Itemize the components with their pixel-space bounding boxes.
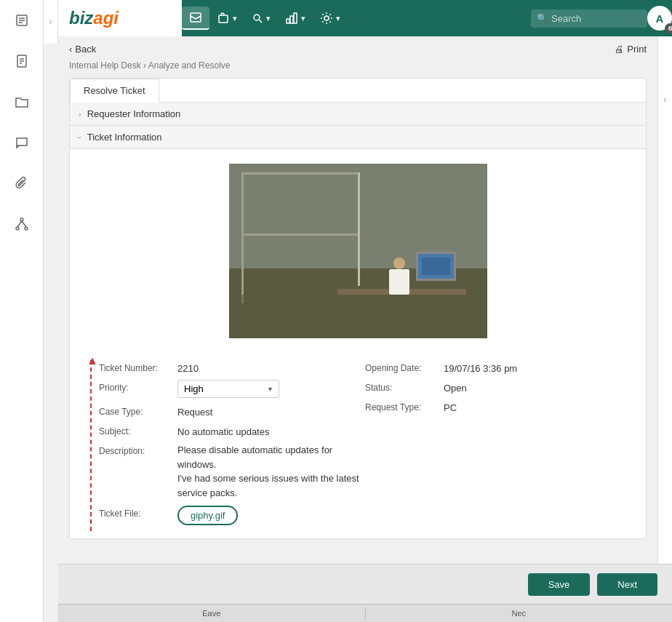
request-type-row: Request Type: PC (365, 399, 631, 413)
nav-search-btn[interactable]: ▾ (244, 8, 278, 28)
svg-line-16 (260, 20, 263, 23)
nav-search-label: ▾ (266, 14, 271, 23)
main-card: Resolve Ticket › Requester Information ›… (69, 78, 647, 539)
fields-right: Opening Date: 19/07/16 3:36 pm Status: O… (365, 360, 631, 531)
svg-point-15 (254, 15, 260, 20)
nav-work-label: ▾ (233, 14, 237, 23)
sidebar-item-tasks[interactable] (9, 7, 35, 33)
bottom-bar: Save Next (58, 564, 672, 604)
case-type-label: Case Type: (99, 404, 172, 417)
sidebar-item-documents[interactable] (9, 48, 35, 74)
requester-chevron-icon: › (79, 110, 81, 119)
logo-agi: agi (93, 8, 119, 28)
bottom-label-eave: Eave (58, 607, 366, 619)
search-input[interactable] (531, 9, 647, 28)
description-label: Description: (99, 443, 172, 456)
ticket-info-header[interactable]: › Ticket Information (70, 126, 646, 149)
tab-resolve-ticket[interactable]: Resolve Ticket (70, 79, 159, 103)
save-button[interactable]: Save (528, 573, 591, 596)
svg-line-12 (22, 221, 26, 227)
breadcrumb-current: Analyze and Resolve (148, 60, 231, 71)
svg-point-8 (20, 218, 23, 221)
ticket-file-label: Ticket File: (99, 506, 172, 519)
sidebar-item-comments[interactable] (9, 129, 35, 156)
search-icon: 🔍 (537, 13, 548, 23)
status-label: Status: (365, 380, 438, 393)
nav-reports-label: ▾ (301, 14, 305, 23)
ticket-info-content: ▲ Ticket Number: 2210 Priority: (70, 149, 646, 538)
back-bar: ‹ Back 🖨 Print (69, 44, 647, 55)
subject-row: Subject: No automatic updates (99, 423, 365, 437)
sidebar-item-diagram[interactable] (9, 211, 35, 237)
svg-point-10 (25, 227, 28, 230)
requester-info-title: Requester Information (87, 108, 181, 119)
nav-work-btn[interactable]: ▾ (209, 7, 244, 29)
print-icon: 🖨 (615, 44, 624, 55)
logo-area: bizagi (58, 0, 182, 36)
svg-rect-18 (290, 16, 293, 23)
request-type-value: PC (444, 399, 457, 413)
priority-arrow-icon: ▲ (87, 354, 98, 367)
requester-info-header[interactable]: › Requester Information (70, 103, 646, 126)
svg-rect-19 (294, 13, 297, 23)
svg-point-9 (16, 227, 19, 230)
breadcrumb-root[interactable]: Internal Help Desk (69, 60, 141, 71)
tab-bar: Resolve Ticket (70, 79, 646, 103)
svg-point-20 (324, 16, 329, 20)
opening-date-row: Opening Date: 19/07/16 3:36 pm (365, 360, 631, 374)
priority-select-wrap: Low Medium High Critical (177, 380, 279, 398)
back-button[interactable]: ‹ Back (69, 44, 96, 55)
top-nav: bizagi ▾ ▾ (58, 0, 672, 36)
description-value: Please disable automatic updates for win… (177, 443, 365, 500)
opening-date-label: Opening Date: (365, 360, 438, 373)
svg-rect-14 (219, 15, 228, 23)
search-wrap: 🔍 (531, 9, 647, 28)
priority-select[interactable]: Low Medium High Critical (177, 380, 279, 398)
ticket-number-row: Ticket Number: 2210 (99, 360, 365, 374)
bottom-label-nec: Nec (366, 607, 673, 619)
nav-inbox-btn[interactable] (182, 7, 209, 30)
svg-line-11 (17, 221, 22, 227)
fields-container: Ticket Number: 2210 Priority: Low (99, 360, 631, 531)
print-button[interactable]: 🖨 Print (615, 44, 647, 55)
sidebar-item-attachments[interactable] (9, 170, 35, 196)
ticket-info-title: Ticket Information (87, 132, 162, 143)
sidebar-collapse-btn[interactable]: › (44, 0, 58, 44)
page-content: ‹ Back 🖨 Print Internal Help Desk › Anal… (58, 36, 657, 564)
breadcrumb: Internal Help Desk › Analyze and Resolve (69, 60, 647, 71)
svg-rect-17 (287, 19, 289, 23)
avatar-settings-icon: ⚙ (665, 23, 672, 33)
case-type-value: Request (177, 404, 212, 418)
request-type-label: Request Type: (365, 399, 438, 412)
right-collapse-btn[interactable]: ‹ (657, 36, 672, 564)
nav-admin-btn[interactable]: ▾ (313, 7, 348, 29)
back-chevron-icon: ‹ (69, 44, 72, 55)
ticket-number-label: Ticket Number: (99, 360, 172, 373)
priority-row: Priority: Low Medium High Critical (99, 380, 365, 398)
ticket-file-row: Ticket File: giphy.gif (99, 506, 365, 525)
fields-left: Ticket Number: 2210 Priority: Low (99, 360, 365, 531)
priority-label: Priority: (99, 380, 172, 393)
priority-indicator-line (90, 360, 92, 531)
sidebar-item-folders[interactable] (9, 89, 35, 115)
breadcrumb-separator: › (143, 60, 146, 71)
sidebar (0, 0, 44, 622)
ticket-number-value: 2210 (177, 360, 199, 374)
subject-value: No automatic updates (177, 423, 269, 437)
nav-admin-label: ▾ (336, 14, 340, 23)
bottom-labels: Eave Nec (58, 604, 672, 622)
avatar[interactable]: A ⚙ (647, 6, 672, 31)
nav-reports-btn[interactable]: ▾ (278, 7, 313, 29)
status-value: Open (444, 380, 467, 394)
description-row: Description: Please disable automatic up… (99, 443, 365, 500)
opening-date-value: 19/07/16 3:36 pm (444, 360, 517, 374)
subject-label: Subject: (99, 423, 172, 436)
status-row: Status: Open (365, 380, 631, 394)
ticket-chevron-icon: › (76, 136, 84, 139)
case-type-row: Case Type: Request (99, 404, 365, 418)
ticket-file-btn[interactable]: giphy.gif (177, 506, 238, 525)
avatar-letter: A (656, 12, 664, 25)
logo-biz: biz (69, 8, 93, 28)
next-button[interactable]: Next (597, 573, 657, 596)
app-logo: bizagi (69, 8, 119, 28)
